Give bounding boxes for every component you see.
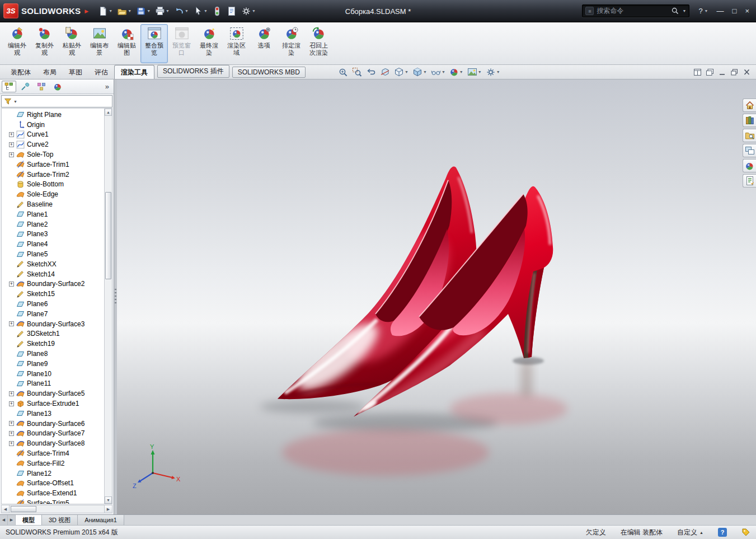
tree-item[interactable]: +Plane7 — [2, 309, 104, 319]
command-tab-sketch[interactable]: 草图 — [63, 65, 88, 79]
tree-item[interactable]: +Plane8 — [2, 349, 104, 359]
command-tab-solidworks-mbd[interactable]: SOLIDWORKS MBD — [232, 67, 306, 78]
expand-toggle-icon[interactable]: + — [9, 441, 14, 446]
menu-flyout-arrow-icon[interactable]: ▶ — [84, 8, 88, 14]
hide-show-items-button[interactable]: ▼ — [431, 67, 445, 77]
tree-vertical-scrollbar[interactable]: ▲ ▼ — [104, 109, 112, 504]
ribbon-integrated-preview-button[interactable]: 整合预览 — [140, 24, 168, 63]
dropdown-caret-icon[interactable]: ▼ — [423, 70, 427, 74]
command-tab-evaluate[interactable]: 评估 — [88, 65, 114, 79]
expand-toggle-icon[interactable]: + — [9, 282, 14, 287]
edit-appearance-button[interactable]: ▼ — [449, 67, 463, 77]
options-button[interactable]: ▼ — [240, 5, 257, 17]
tile-window-button[interactable] — [694, 69, 701, 76]
ribbon-paste-appearance-button[interactable]: 粘贴外观 — [58, 24, 86, 63]
ribbon-render-options-button[interactable]: 选项 — [250, 24, 278, 63]
scroll-track[interactable] — [105, 116, 112, 496]
dropdown-caret-icon[interactable]: ▼ — [252, 9, 256, 13]
view-tab-0[interactable]: 模型 — [16, 515, 42, 525]
expand-toggle-icon[interactable]: + — [9, 401, 14, 406]
property-manager-tab[interactable] — [18, 81, 32, 92]
expand-toggle-icon[interactable]: + — [9, 421, 14, 426]
tree-item[interactable]: +Boundary-Surface2 — [2, 279, 104, 289]
search-icon[interactable] — [671, 7, 679, 15]
tree-item[interactable]: +Plane4 — [2, 239, 104, 249]
cascade-window-button[interactable] — [706, 69, 713, 76]
expand-toggle-icon[interactable]: + — [9, 152, 14, 157]
scroll-thumb[interactable] — [11, 506, 36, 512]
view-settings-button[interactable]: ▼ — [486, 67, 500, 77]
dropdown-caret-icon[interactable]: ▼ — [459, 70, 463, 74]
dropdown-caret-icon[interactable]: ▼ — [478, 70, 482, 74]
command-search-input[interactable]: ≡ 搜索命令 ▼ — [582, 4, 689, 17]
command-tab-solidworks-addins[interactable]: SOLIDWORKS 插件 — [157, 65, 229, 78]
command-tab-layout[interactable]: 布局 — [37, 65, 63, 79]
ribbon-render-region-button[interactable]: 渲染区域 — [223, 24, 250, 63]
display-manager-tab[interactable] — [50, 81, 65, 92]
zoom-to-fit-button[interactable] — [338, 67, 348, 77]
feature-manager-tab[interactable] — [2, 81, 16, 92]
dropdown-caret-icon[interactable]: ▼ — [166, 9, 170, 13]
tree-item[interactable]: +Plane1 — [2, 209, 104, 219]
tree-item[interactable]: +Sole-Top — [2, 149, 104, 160]
close-document-button[interactable] — [743, 69, 750, 76]
help-button[interactable]: ?▼ — [698, 7, 708, 15]
tree-item[interactable]: +Surface-Trim4 — [2, 448, 104, 458]
zoom-to-area-button[interactable] — [352, 67, 362, 77]
command-tab-render-tools[interactable]: 渲染工具 — [114, 65, 154, 79]
dropdown-caret-icon[interactable]: ▼ — [128, 9, 132, 13]
filter-dropdown-caret[interactable]: ▼ — [13, 100, 17, 104]
view-tab-1[interactable]: 3D 视图 — [42, 515, 78, 525]
scroll-left-icon[interactable]: ◀ — [2, 505, 10, 513]
tree-filter[interactable]: ▼ — [1, 95, 112, 107]
tree-item[interactable]: +Plane3 — [2, 229, 104, 240]
view-tab-2[interactable]: Анимация1 — [78, 515, 124, 525]
filter-input[interactable] — [19, 96, 110, 107]
expand-toggle-icon[interactable]: + — [9, 391, 14, 396]
tree-item[interactable]: +Curve2 — [2, 139, 104, 149]
ribbon-edit-scene-button[interactable]: 编辑布景 — [86, 24, 113, 63]
ribbon-edit-decal-button[interactable]: 编辑贴图 — [113, 24, 140, 63]
print-button[interactable]: ▼ — [153, 5, 171, 17]
tree-item[interactable]: +Sketch15 — [2, 289, 104, 299]
tree-item[interactable]: +Boundary-Surface5 — [2, 388, 104, 399]
close-button[interactable]: × — [745, 7, 749, 15]
dropdown-caret-icon[interactable]: ▼ — [204, 9, 208, 13]
dropdown-caret-icon[interactable]: ▼ — [496, 70, 500, 74]
status-tag-icon[interactable] — [741, 528, 750, 537]
undo-button[interactable]: ▼ — [172, 5, 190, 17]
tree-item[interactable]: +Curve1 — [2, 130, 104, 140]
command-tab-assembly[interactable]: 装配体 — [4, 65, 37, 79]
scroll-down-icon[interactable]: ▼ — [105, 496, 112, 504]
tree-item[interactable]: +Surface-Fill2 — [2, 458, 104, 468]
open-button[interactable]: ▼ — [115, 5, 133, 17]
scroll-thumb[interactable] — [105, 192, 111, 279]
expand-toggle-icon[interactable]: + — [9, 321, 14, 326]
tree-item[interactable]: +Surface-Extrude1 — [2, 399, 104, 409]
rebuild-button[interactable] — [210, 5, 224, 17]
display-style-button[interactable]: ▼ — [412, 67, 427, 77]
previous-view-button[interactable] — [366, 67, 376, 77]
expand-toggle-icon[interactable]: + — [9, 431, 14, 436]
ribbon-recall-last-render-button[interactable]: 召回上次渲染 — [305, 24, 332, 63]
minimize-document-button[interactable] — [719, 69, 726, 76]
tree-horizontal-scrollbar[interactable]: ◀ ▶ — [1, 505, 112, 513]
status-custom-dropdown[interactable]: 自定义 ▲ — [677, 528, 703, 537]
tree-item[interactable]: +Sketch14 — [2, 269, 104, 279]
view-palette-tab[interactable] — [743, 144, 756, 157]
tree-item[interactable]: +Surface-Extend1 — [2, 488, 104, 498]
tree-item[interactable]: +Boundary-Surface3 — [2, 319, 104, 329]
expand-toggle-icon[interactable]: + — [9, 142, 14, 147]
dropdown-caret-icon[interactable]: ▼ — [185, 9, 189, 13]
custom-dropdown-caret[interactable]: ▲ — [699, 531, 703, 535]
file-explorer-tab[interactable] — [743, 129, 756, 142]
tree-item[interactable]: +Sole-Bottom — [2, 180, 104, 190]
restore-document-button[interactable] — [731, 69, 738, 76]
custom-properties-tab[interactable] — [743, 174, 756, 188]
apply-scene-button[interactable]: ▼ — [467, 67, 482, 77]
expand-toggle-icon[interactable]: + — [9, 132, 14, 137]
tree-item[interactable]: +Surface-Trim5 — [2, 498, 104, 504]
tree-item[interactable]: +SketchXX — [2, 259, 104, 269]
tree-item[interactable]: +Sole-Edge — [2, 189, 104, 199]
ribbon-edit-appearance-button[interactable]: 编辑外观 — [3, 24, 31, 63]
